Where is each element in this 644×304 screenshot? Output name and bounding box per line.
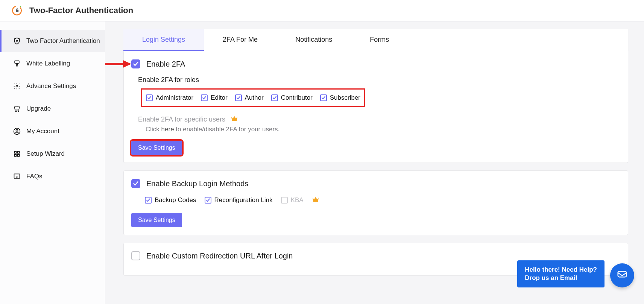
- checkbox-icon: [320, 94, 327, 101]
- method-kba-checkbox[interactable]: KBA: [281, 196, 304, 204]
- checkbox-icon: [271, 94, 278, 101]
- method-label: KBA: [291, 196, 304, 204]
- crown-icon: [231, 116, 238, 123]
- tab-label: Login Settings: [142, 36, 185, 43]
- sidebar: Two Factor Authentication White Labellin…: [0, 21, 105, 304]
- faq-icon: ?!: [13, 173, 21, 180]
- save-settings-button[interactable]: Save Settings: [131, 213, 182, 227]
- sidebar-item-label: My Account: [26, 128, 59, 135]
- tab-2fa-for-me[interactable]: 2FA For Me: [204, 29, 276, 51]
- svg-point-4: [15, 111, 17, 112]
- role-contributor-checkbox[interactable]: Contributor: [271, 94, 313, 102]
- role-label: Subscriber: [330, 94, 360, 102]
- gear-icon: [13, 82, 21, 90]
- annotation-arrow-icon: [105, 60, 131, 68]
- tab-forms[interactable]: Forms: [351, 29, 408, 51]
- sidebar-item-label: Advance Settings: [26, 82, 76, 90]
- checkbox-icon: [281, 197, 288, 204]
- grid-icon: [13, 150, 21, 158]
- sidebar-item-my-account[interactable]: My Account: [0, 120, 105, 143]
- enable-users-link[interactable]: here: [161, 126, 174, 133]
- user-icon: [13, 128, 21, 135]
- topbar: Two-Factor Authentication: [0, 0, 644, 21]
- svg-rect-10: [14, 155, 16, 157]
- checkbox-icon: [145, 197, 152, 204]
- sidebar-item-2fa[interactable]: Two Factor Authentication: [0, 30, 105, 52]
- help-bubble[interactable]: Hello there! Need Help? Drop us an Email: [517, 260, 605, 287]
- checkbox-icon: [205, 197, 211, 204]
- sidebar-item-setup-wizard[interactable]: Setup Wizard: [0, 143, 105, 165]
- tab-label: Notifications: [295, 36, 332, 43]
- shield-icon: [13, 37, 21, 45]
- role-subscriber-checkbox[interactable]: Subscriber: [320, 94, 360, 102]
- help-line-2: Drop us an Email: [525, 274, 597, 282]
- svg-rect-8: [14, 151, 16, 153]
- roles-subhead: Enable 2FA for roles: [138, 76, 620, 84]
- method-label: Reconfiguration Link: [214, 196, 273, 204]
- svg-marker-15: [123, 60, 131, 68]
- role-editor-checkbox[interactable]: Editor: [201, 94, 227, 102]
- role-label: Editor: [211, 94, 227, 102]
- panel-enable-2fa: Enable 2FA Enable 2FA for roles Administ…: [123, 51, 628, 163]
- sidebar-item-label: Setup Wizard: [26, 150, 65, 158]
- method-reconfig-link-checkbox[interactable]: Reconfiguration Link: [205, 196, 273, 204]
- svg-rect-11: [18, 155, 20, 157]
- sidebar-item-white-labelling[interactable]: White Labelling: [0, 52, 105, 75]
- panel-title: Enable Custom Redirection URL After Logi…: [146, 252, 293, 260]
- checkbox-icon: [201, 94, 208, 101]
- roles-box: Administrator Editor Author Contributor …: [141, 88, 365, 107]
- panel-title: Enable 2FA: [146, 60, 185, 68]
- svg-point-1: [16, 40, 17, 41]
- method-backup-codes-checkbox[interactable]: Backup Codes: [145, 196, 196, 204]
- svg-point-7: [16, 129, 18, 131]
- panel-backup-login: Enable Backup Login Methods Backup Codes…: [123, 170, 628, 235]
- svg-point-3: [16, 85, 18, 87]
- cart-icon: [13, 105, 21, 112]
- role-administrator-checkbox[interactable]: Administrator: [146, 94, 193, 102]
- tab-notifications[interactable]: Notifications: [276, 29, 351, 51]
- tab-label: Forms: [370, 36, 389, 43]
- chat-icon: [617, 269, 628, 282]
- help-line-1: Hello there! Need Help?: [525, 266, 597, 274]
- enable-2fa-checkbox[interactable]: [131, 59, 140, 68]
- crown-icon: [312, 196, 319, 204]
- checkbox-icon: [235, 94, 242, 101]
- role-label: Author: [245, 94, 264, 102]
- sidebar-item-label: FAQs: [26, 173, 43, 180]
- specific-users-label: Enable 2FA for specific users: [138, 116, 225, 123]
- checkbox-icon: [146, 94, 153, 101]
- enable-redirect-checkbox[interactable]: [131, 251, 140, 260]
- tab-label: 2FA For Me: [223, 36, 258, 43]
- brush-icon: [13, 60, 21, 67]
- svg-point-5: [18, 111, 19, 112]
- sidebar-item-advance-settings[interactable]: Advance Settings: [0, 75, 105, 97]
- role-label: Administrator: [156, 94, 193, 102]
- role-author-checkbox[interactable]: Author: [235, 94, 264, 102]
- tabs: Login Settings 2FA For Me Notifications …: [123, 29, 628, 51]
- panel-title: Enable Backup Login Methods: [146, 179, 248, 188]
- help-chat-button[interactable]: [610, 263, 634, 287]
- save-settings-button[interactable]: Save Settings: [131, 141, 182, 155]
- tab-login-settings[interactable]: Login Settings: [123, 29, 204, 51]
- svg-text:?!: ?!: [15, 175, 18, 178]
- method-label: Backup Codes: [155, 196, 196, 204]
- svg-rect-9: [18, 151, 20, 153]
- enable-backup-checkbox[interactable]: [131, 179, 140, 188]
- sidebar-item-upgrade[interactable]: Upgrade: [0, 97, 105, 120]
- page-title: Two-Factor Authentication: [29, 6, 133, 15]
- svg-rect-2: [15, 61, 19, 64]
- sidebar-item-label: Two Factor Authentication: [26, 37, 100, 45]
- sidebar-item-label: White Labelling: [26, 60, 70, 67]
- app-logo-icon: [11, 5, 23, 16]
- specific-users-hint: Click here to enable/disable 2FA for you…: [146, 126, 620, 133]
- sidebar-item-faqs[interactable]: ?! FAQs: [0, 165, 105, 188]
- role-label: Contributor: [281, 94, 313, 102]
- sidebar-item-label: Upgrade: [26, 105, 51, 112]
